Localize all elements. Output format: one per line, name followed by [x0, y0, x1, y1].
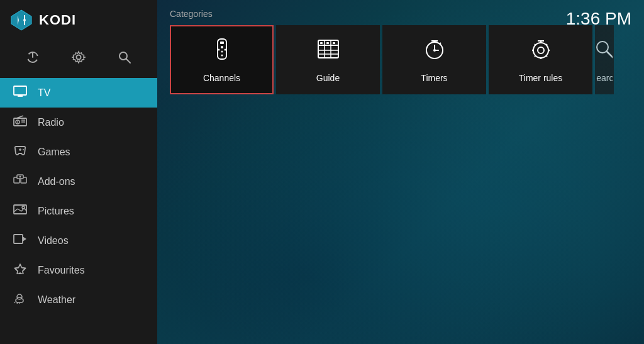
svg-point-42: [221, 51, 223, 53]
sidebar-item-tv[interactable]: TV: [0, 78, 157, 108]
svg-point-44: [224, 49, 226, 51]
sidebar-item-pictures[interactable]: Pictures: [0, 196, 157, 226]
svg-rect-54: [333, 42, 335, 44]
tv-icon: [13, 86, 28, 100]
sidebar-item-label-tv: TV: [38, 87, 50, 99]
radio-icon: [13, 115, 28, 130]
clock-display: 1:36 PM: [566, 9, 631, 29]
guide-label: Guide: [316, 73, 340, 83]
sidebar-item-label-addons: Add-ons: [38, 176, 75, 187]
guide-icon: [316, 36, 341, 67]
sidebar: KODI: [0, 0, 157, 344]
svg-point-62: [533, 43, 548, 58]
svg-point-21: [23, 149, 24, 150]
sidebar-header: KODI: [0, 0, 157, 40]
svg-rect-40: [220, 42, 224, 44]
svg-marker-33: [23, 236, 26, 241]
svg-rect-53: [326, 42, 329, 44]
svg-rect-10: [14, 86, 26, 95]
categories-grid: Channels Guide: [157, 25, 644, 94]
svg-line-69: [546, 56, 547, 57]
sidebar-toolbar: [0, 40, 157, 78]
timers-label: Timers: [421, 73, 447, 83]
sidebar-item-label-pictures: Pictures: [38, 206, 74, 217]
pictures-icon: [13, 204, 28, 218]
category-timer-rules[interactable]: Timer rules: [489, 25, 592, 94]
category-channels[interactable]: Channels: [170, 25, 274, 94]
videos-icon: [13, 233, 28, 248]
svg-line-70: [546, 44, 547, 45]
weather-icon: [13, 292, 28, 307]
svg-point-15: [17, 121, 18, 123]
search-label: Search: [595, 73, 614, 83]
app-title: KODI: [39, 12, 76, 28]
nav-list: TV Radio: [0, 78, 157, 344]
svg-line-36: [14, 302, 15, 303]
svg-point-7: [76, 55, 80, 60]
power-button[interactable]: [22, 47, 43, 68]
sidebar-item-addons[interactable]: Add-ons: [0, 167, 157, 196]
games-icon: [13, 145, 28, 159]
svg-line-68: [535, 44, 536, 45]
sidebar-item-label-weather: Weather: [38, 294, 75, 306]
sidebar-item-label-videos: Videos: [38, 235, 69, 247]
channels-icon: [209, 36, 235, 67]
svg-marker-34: [15, 264, 26, 274]
svg-point-63: [538, 47, 544, 53]
kodi-logo-icon: [10, 9, 33, 31]
search-cat-icon: [595, 36, 614, 67]
svg-rect-52: [320, 42, 323, 44]
channels-label: Channels: [203, 73, 240, 83]
search-icon: [118, 50, 131, 64]
power-icon: [26, 50, 40, 64]
timers-icon: [422, 36, 447, 67]
sidebar-item-games[interactable]: Games: [0, 137, 157, 167]
svg-point-25: [19, 176, 21, 178]
sidebar-item-radio[interactable]: Radio: [0, 108, 157, 137]
svg-point-31: [22, 206, 25, 209]
svg-line-71: [535, 56, 536, 57]
addons-icon: [13, 174, 28, 189]
search-button[interactable]: [114, 47, 135, 68]
timer-rules-icon: [528, 36, 553, 67]
svg-point-41: [221, 46, 223, 48]
svg-rect-32: [14, 235, 23, 243]
svg-line-61: [440, 43, 441, 44]
category-timers[interactable]: Timers: [382, 25, 486, 94]
sidebar-item-favourites[interactable]: Favourites: [0, 255, 157, 285]
favourites-icon: [13, 263, 28, 277]
category-guide[interactable]: Guide: [276, 25, 380, 94]
sidebar-item-label-favourites: Favourites: [38, 265, 85, 276]
svg-point-4: [23, 19, 26, 21]
sidebar-item-videos[interactable]: Videos: [0, 226, 157, 255]
svg-point-60: [433, 49, 436, 52]
category-search[interactable]: Search: [595, 25, 614, 94]
settings-button[interactable]: [68, 47, 89, 68]
main-content: 1:36 PM Categories Channels: [157, 0, 644, 344]
sidebar-item-label-games: Games: [38, 147, 70, 158]
svg-point-45: [221, 55, 223, 57]
svg-line-74: [607, 52, 614, 58]
svg-point-43: [218, 49, 219, 51]
sidebar-item-label-radio: Radio: [38, 117, 64, 128]
settings-icon: [72, 50, 86, 64]
svg-line-9: [126, 59, 130, 64]
timer-rules-label: Timer rules: [519, 73, 563, 83]
sidebar-item-weather[interactable]: Weather: [0, 285, 157, 314]
svg-line-28: [18, 209, 21, 211]
